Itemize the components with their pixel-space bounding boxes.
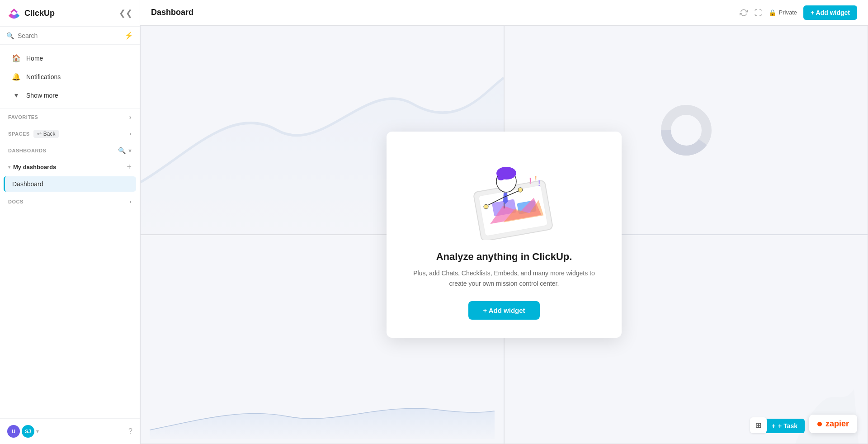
grid-icon: ⊞ xyxy=(755,421,761,429)
task-button[interactable]: + + Task xyxy=(764,419,805,433)
shape-placeholder xyxy=(791,385,859,444)
task-label: + Task xyxy=(778,422,797,430)
sidebar: ClickUp ❮❮ 🔍 ⚡ 🏠 Home 🔔 Notifications ▾ … xyxy=(0,0,140,444)
modal-svg-illustration: ! ! ! xyxy=(441,150,567,240)
add-widget-button-top[interactable]: + Add widget xyxy=(803,5,857,20)
docs-label: DOCS xyxy=(8,199,24,204)
dashboard-area: ! ! ! Analyze anything in ClickUp. Plus,… xyxy=(140,25,868,444)
donut-svg xyxy=(659,103,713,157)
grid-view-button[interactable]: ⊞ xyxy=(750,417,767,433)
shape-svg xyxy=(791,385,859,444)
dashboard-item[interactable]: Dashboard xyxy=(4,176,136,192)
expand-icon xyxy=(754,9,762,17)
docs-section[interactable]: DOCS › xyxy=(0,194,140,209)
add-dashboard-icon[interactable]: + xyxy=(127,162,132,172)
my-dashboards-label: My dashboards xyxy=(13,164,56,170)
fullscreen-button[interactable] xyxy=(754,9,762,17)
back-button[interactable]: ↩ Back xyxy=(33,130,59,138)
collapse-button[interactable]: ❮❮ xyxy=(119,8,132,18)
modal-illustration: ! ! ! xyxy=(441,150,567,240)
help-icon[interactable]: ? xyxy=(128,427,132,435)
topbar-actions: 🔒 Private + Add widget xyxy=(740,5,857,20)
favorites-label: FAVORITES xyxy=(8,114,38,120)
favorites-section[interactable]: FAVORITES › xyxy=(0,109,140,125)
avatar-sj-text: SJ xyxy=(25,429,31,434)
refresh-icon xyxy=(740,9,748,17)
clickup-logo-icon xyxy=(7,6,21,20)
svg-point-9 xyxy=(484,204,488,209)
back-arrow-icon: ↩ xyxy=(37,131,42,137)
refresh-button[interactable] xyxy=(740,9,748,17)
nav-item-show-more[interactable]: ▾ Show more xyxy=(4,86,136,104)
docs-chevron-icon: › xyxy=(130,199,132,204)
nav-notifications-label: Notifications xyxy=(26,73,61,80)
modal-card: ! ! ! Analyze anything in ClickUp. Plus,… xyxy=(387,132,622,338)
chevron-down-icon: ▾ xyxy=(12,91,21,99)
lock-icon: 🔒 xyxy=(769,9,776,16)
dashboards-label: DASHBOARDS xyxy=(8,148,46,153)
nav-home-label: Home xyxy=(26,55,43,62)
bell-icon: 🔔 xyxy=(12,72,21,81)
main-content: Dashboard 🔒 Private + Add widget xyxy=(140,0,868,444)
donut-chart xyxy=(659,103,713,157)
plus-icon: + xyxy=(772,422,775,430)
modal-title: Analyze anything in ClickUp. xyxy=(409,251,599,263)
logo-text: ClickUp xyxy=(24,9,55,18)
user-chevron-icon[interactable]: ▾ xyxy=(36,428,39,435)
my-dashboards-row: ▾ My dashboards + xyxy=(0,159,140,175)
svg-point-10 xyxy=(518,188,523,192)
private-badge[interactable]: 🔒 Private xyxy=(769,9,797,16)
dashboards-collapse-button[interactable]: ▾ xyxy=(128,147,132,154)
nav-item-home[interactable]: 🏠 Home xyxy=(4,49,136,67)
my-dashboards-left: ▾ My dashboards xyxy=(8,164,56,170)
dashboards-search-button[interactable]: 🔍 xyxy=(118,147,126,154)
svg-text:!: ! xyxy=(538,179,540,187)
dashboards-section: DASHBOARDS 🔍 ▾ xyxy=(0,142,140,159)
flash-icon: ⚡ xyxy=(124,31,133,40)
nav-show-more-label: Show more xyxy=(26,92,58,99)
private-label: Private xyxy=(779,9,797,16)
modal-add-widget-button[interactable]: + Add widget xyxy=(468,301,539,320)
dashboards-left: DASHBOARDS xyxy=(8,148,46,153)
spaces-section: SPACES ↩ Back › xyxy=(0,125,140,142)
home-icon: 🏠 xyxy=(12,54,21,62)
logo: ClickUp xyxy=(7,6,55,20)
area-svg-bottom xyxy=(150,394,495,439)
avatar-u-text: U xyxy=(12,429,15,434)
area-chart-bottom xyxy=(150,394,495,439)
sidebar-footer: U SJ ▾ ? xyxy=(0,418,140,444)
search-icon: 🔍 xyxy=(6,32,14,39)
sidebar-header: ClickUp ❮❮ xyxy=(0,0,140,27)
avatar-u: U xyxy=(7,425,20,438)
sidebar-nav: 🏠 Home 🔔 Notifications ▾ Show more xyxy=(0,45,140,109)
dashboards-right: 🔍 ▾ xyxy=(118,147,132,154)
nav-item-notifications[interactable]: 🔔 Notifications xyxy=(4,68,136,85)
zapier-widget[interactable]: zapier xyxy=(809,415,857,433)
page-title: Dashboard xyxy=(151,8,193,17)
avatar-group: U SJ ▾ xyxy=(7,425,39,438)
back-label: Back xyxy=(43,131,56,137)
topbar: Dashboard 🔒 Private + Add widget xyxy=(140,0,868,25)
spaces-chevron-icon: › xyxy=(130,131,132,137)
zapier-label: zapier xyxy=(826,419,849,429)
modal-description: Plus, add Chats, Checklists, Embeds, and… xyxy=(409,268,599,288)
svg-text:!: ! xyxy=(535,175,537,182)
favorites-chevron-icon: › xyxy=(129,113,132,121)
search-input[interactable] xyxy=(18,32,121,39)
svg-point-8 xyxy=(497,175,505,180)
dashboard-item-label: Dashboard xyxy=(12,180,43,188)
triangle-icon: ▾ xyxy=(8,165,10,170)
avatar-sj: SJ xyxy=(22,425,34,438)
spaces-label: SPACES xyxy=(8,131,30,137)
svg-text:!: ! xyxy=(529,176,532,185)
search-bar: 🔍 ⚡ xyxy=(0,27,140,45)
zapier-dot xyxy=(817,422,822,426)
